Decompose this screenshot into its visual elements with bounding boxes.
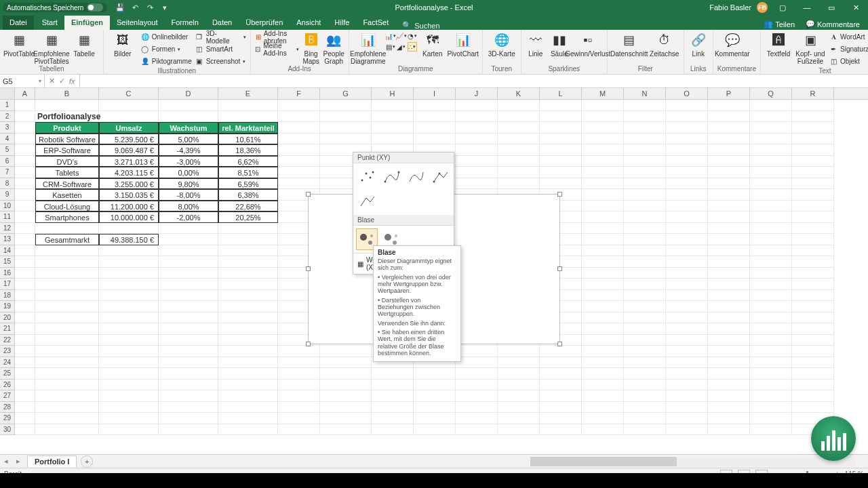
cell[interactable] [320,134,372,145]
cell[interactable] [582,368,624,380]
cell[interactable] [278,122,320,134]
cell[interactable] [624,256,666,268]
cell[interactable] [372,380,414,391]
cell[interactable] [159,234,218,245]
cell[interactable] [372,413,414,424]
cell[interactable] [582,134,624,145]
row-header[interactable]: 11 [0,211,15,223]
cell[interactable] [582,279,624,290]
row-header[interactable]: 30 [0,424,15,436]
people-graph-button[interactable]: 👥People Graph [323,31,344,65]
cell[interactable] [666,413,708,424]
cell[interactable] [99,290,159,302]
row-header[interactable]: 24 [0,357,15,369]
cell[interactable]: 11.200.000 € [99,201,159,212]
cell[interactable] [159,111,218,123]
column-header[interactable]: L [540,88,582,99]
cell[interactable] [218,268,278,279]
cell[interactable] [159,390,218,402]
cell[interactable]: 10,61% [218,134,278,145]
cell[interactable] [159,368,218,380]
row-header[interactable]: 9 [0,189,15,201]
cell[interactable] [582,268,624,279]
cell[interactable] [218,223,278,235]
cell[interactable] [372,402,414,413]
cell[interactable] [99,357,159,369]
cell[interactable] [666,424,708,436]
cell[interactable] [708,122,750,134]
cell[interactable] [708,167,750,178]
cell[interactable]: Cloud-Lösung [35,201,99,212]
cell[interactable] [320,380,372,391]
3d-map-button[interactable]: 🌐3D-Karte [487,31,517,58]
row-header[interactable]: 3 [0,122,15,134]
cell[interactable] [708,268,750,279]
cell[interactable] [159,380,218,391]
tab-file[interactable]: Datei [3,16,34,30]
cell[interactable] [666,189,708,201]
cell[interactable] [792,122,834,134]
cell[interactable] [750,100,792,111]
cell[interactable] [750,223,792,235]
cell[interactable] [159,100,218,111]
cell[interactable] [750,256,792,268]
cell[interactable] [666,144,708,156]
cell[interactable] [750,144,792,156]
scatter-markers-option[interactable] [356,166,378,188]
cell[interactable] [792,390,834,402]
cell[interactable] [582,346,624,357]
cell[interactable] [159,301,218,312]
cell[interactable] [582,424,624,436]
cell[interactable] [666,290,708,302]
cell[interactable] [540,144,582,156]
cell[interactable] [15,323,35,335]
cell[interactable] [624,312,666,324]
resize-handle[interactable] [557,266,562,271]
screenshot-button[interactable]: ▣Screenshot▾ [195,56,246,67]
pivotchart-button[interactable]: 📊PivotChart [448,31,478,58]
cell[interactable] [582,100,624,111]
cell[interactable] [218,424,278,436]
worksheet-grid[interactable]: ABCDEFGHIJKLMNOPQR 12Portfolioanalyse3Pr… [0,88,868,454]
tab-data[interactable]: Daten [205,16,239,30]
cell[interactable] [792,245,834,257]
cell[interactable] [278,368,320,380]
cell[interactable]: Gesamtmarkt [35,234,99,245]
cell[interactable] [498,134,540,145]
column-header[interactable]: G [320,88,372,99]
cell[interactable]: 4.203.115 € [99,167,159,178]
cell[interactable] [540,134,582,145]
cell[interactable] [15,268,35,279]
cell[interactable] [498,144,540,156]
cell[interactable] [218,279,278,290]
cell[interactable] [540,100,582,111]
cell[interactable] [320,390,372,402]
cell[interactable]: -8,00% [159,189,218,201]
cell[interactable] [624,380,666,391]
cell[interactable] [35,256,99,268]
cell[interactable] [15,346,35,357]
cell[interactable] [218,323,278,335]
maximize-icon[interactable]: ▭ [822,0,841,15]
cell[interactable] [750,122,792,134]
cell[interactable] [498,413,540,424]
recommended-pivot-button[interactable]: ▦Empfohlene PivotTables [37,31,66,65]
cell[interactable] [792,323,834,335]
cell[interactable] [278,134,320,145]
cell[interactable] [624,323,666,335]
cell[interactable] [99,335,159,346]
cell[interactable] [792,178,834,190]
cell[interactable] [582,290,624,302]
cell[interactable]: 3.150.035 € [99,189,159,201]
cell[interactable] [35,368,99,380]
cell[interactable] [624,122,666,134]
cell[interactable] [540,178,582,190]
cell[interactable] [708,290,750,302]
cell[interactable] [15,122,35,134]
cell[interactable] [372,122,414,134]
cell[interactable] [99,413,159,424]
tab-start[interactable]: Start [35,16,64,30]
column-header[interactable]: J [456,88,498,99]
cell[interactable]: 6,59% [218,178,278,190]
cell[interactable] [666,301,708,312]
